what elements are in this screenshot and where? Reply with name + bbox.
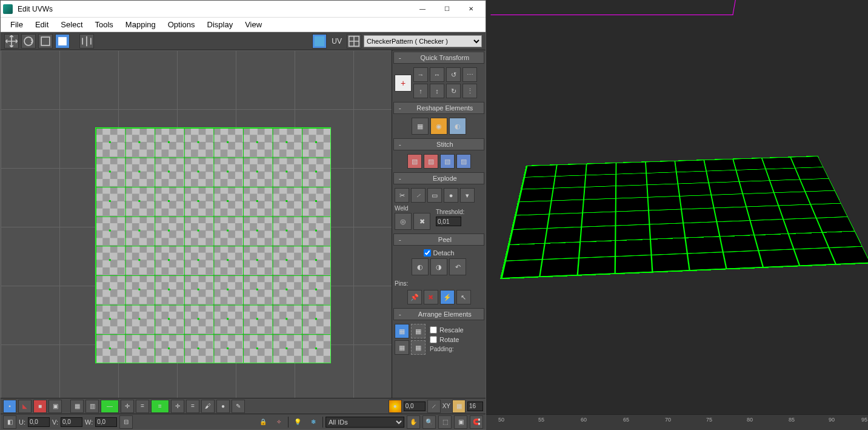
pack-normalize-btn[interactable]: ▦ — [395, 324, 409, 338]
weld-all-btn[interactable]: ✖ — [413, 213, 430, 230]
u-input[interactable] — [28, 417, 50, 427]
weld-selected-btn[interactable]: ◎ — [395, 213, 412, 230]
loop-btn[interactable]: ✛ — [171, 400, 184, 413]
uv-canvas[interactable] — [1, 50, 392, 398]
relax-brush-btn[interactable]: ● — [216, 400, 230, 413]
stitch-custom-btn[interactable]: ▨ — [456, 154, 471, 169]
space-v-btn[interactable]: ⋮ — [462, 84, 477, 98]
face-mode-btn[interactable]: ■ — [33, 400, 47, 413]
minimize-button[interactable]: — — [410, 1, 435, 18]
pin-select-btn[interactable]: ↖ — [456, 290, 471, 304]
freeform-tool[interactable] — [55, 34, 70, 49]
align-right-btn[interactable]: → — [413, 67, 428, 82]
menu-tools[interactable]: Tools — [89, 19, 119, 30]
flip-h-btn[interactable]: ↔ — [430, 67, 444, 82]
menu-file[interactable]: File — [4, 19, 29, 30]
grid-icon[interactable] — [347, 34, 361, 49]
pack-tile-btn[interactable]: ▦ — [411, 340, 426, 355]
tile-input[interactable] — [467, 401, 483, 411]
falloff-btn[interactable]: ⟋ — [427, 400, 441, 413]
mirror-tool[interactable] — [79, 34, 94, 49]
menu-view[interactable]: View — [239, 19, 268, 30]
flip-v-btn[interactable]: ↕ — [430, 84, 444, 98]
close-button[interactable]: ✕ — [459, 1, 483, 18]
flatten-btn[interactable]: ▭ — [427, 188, 442, 203]
rollout-quick-transform[interactable]: -Quick Transform — [393, 52, 484, 64]
threshold-spinner[interactable]: 0,01 — [436, 217, 461, 226]
softsel-radius-input[interactable] — [404, 401, 426, 411]
relax-custom-btn[interactable]: ◐ — [449, 118, 466, 135]
move-tool[interactable] — [4, 34, 19, 49]
peel-btn[interactable]: ◑ — [430, 258, 447, 275]
options-icon[interactable]: ✧ — [272, 415, 285, 429]
snow-icon[interactable]: ❄ — [307, 415, 320, 429]
menu-display[interactable]: Display — [201, 19, 239, 30]
texture-dropdown[interactable]: CheckerPattern ( Checker ) — [364, 35, 482, 47]
straighten-btn[interactable]: ▦ — [412, 118, 429, 135]
lock-aspect-btn[interactable]: ⊟ — [119, 415, 133, 429]
rotate-cw-btn[interactable]: ↻ — [446, 84, 461, 98]
stitch-average-btn[interactable]: ▧ — [440, 154, 455, 169]
scale-tool[interactable] — [38, 34, 53, 49]
rollout-reshape[interactable]: -Reshape Elements — [393, 102, 484, 114]
rollout-peel[interactable]: -Peel — [393, 233, 484, 246]
paint-select-btn[interactable]: ▥ — [85, 400, 99, 413]
space-h-btn[interactable]: ⋯ — [462, 67, 477, 82]
vertex-mode-btn[interactable]: ▪ — [3, 400, 16, 413]
pan-btn[interactable]: ✋ — [407, 415, 420, 429]
zoom-extents-btn[interactable]: ▣ — [454, 415, 467, 429]
rollout-stitch[interactable]: -Stitch — [393, 138, 484, 150]
tile-btn[interactable]: ▦ — [452, 400, 466, 413]
timeline-ruler[interactable]: 50 55 60 65 70 75 80 85 90 95 — [486, 414, 868, 430]
pin-auto-btn[interactable]: ⚡ — [440, 290, 455, 304]
flatten-by-mat-btn[interactable]: ● — [444, 188, 458, 203]
rotate-ccw-btn[interactable]: ↺ — [446, 67, 461, 82]
stitch-target-btn[interactable]: ▨ — [424, 154, 438, 169]
material-id-select[interactable]: All IDs — [326, 417, 404, 428]
rotate-tool[interactable] — [21, 34, 36, 49]
3d-viewport[interactable]: 50 55 60 65 70 75 80 85 90 95 — [486, 0, 868, 430]
maximize-button[interactable]: ☐ — [435, 1, 459, 18]
stitch-source-btn[interactable]: ▧ — [407, 154, 422, 169]
rollout-arrange[interactable]: -Arrange Elements — [393, 308, 484, 320]
relax-btn[interactable]: ◉ — [430, 118, 447, 135]
light-icon[interactable]: 💡 — [291, 415, 304, 429]
align-up-btn[interactable]: ↑ — [413, 84, 428, 98]
pack-custom-btn[interactable]: ▦ — [411, 324, 426, 338]
rollout-explode[interactable]: -Explode — [393, 172, 484, 184]
peel-reset-btn[interactable]: ↶ — [449, 258, 466, 275]
ring-btn[interactable]: = — [186, 400, 199, 413]
detach-checkbox[interactable] — [424, 249, 431, 257]
uv-tile-area[interactable] — [95, 127, 331, 363]
remove-sel-btn[interactable]: = — [136, 400, 149, 413]
break-btn[interactable]: ✂ — [395, 188, 409, 203]
abs-rel-toggle[interactable]: ◧ — [3, 415, 16, 429]
add-sel-btn[interactable]: ✛ — [121, 400, 134, 413]
select-by-element-btn[interactable]: ▦ — [70, 400, 84, 413]
snap-btn[interactable]: 🧲 — [470, 415, 483, 429]
align-center-btn[interactable]: + — [395, 75, 412, 92]
lock-icon[interactable]: 🔒 — [256, 415, 270, 429]
menu-mapping[interactable]: Mapping — [119, 19, 162, 30]
menu-select[interactable]: Select — [55, 19, 88, 30]
element-mode-btn[interactable]: ▣ — [48, 400, 62, 413]
rotate-checkbox[interactable] — [430, 336, 437, 343]
menu-options[interactable]: Options — [162, 19, 201, 30]
uv-plane-mesh[interactable] — [500, 156, 868, 279]
brush-settings-btn[interactable]: ✎ — [232, 400, 245, 413]
brush-btn[interactable]: 🖌 — [201, 400, 215, 413]
grow-select-btn[interactable]: — — [101, 400, 119, 413]
v-input[interactable] — [61, 417, 82, 427]
pin-remove-btn[interactable]: ✖ — [424, 290, 438, 304]
w-input[interactable] — [95, 417, 117, 427]
quick-peel-btn[interactable]: ◐ — [412, 258, 429, 275]
shrink-select-btn[interactable]: ≡ — [151, 400, 169, 413]
show-map-toggle[interactable] — [312, 34, 327, 49]
pack-together-btn[interactable]: ▦ — [395, 340, 409, 355]
menu-edit[interactable]: Edit — [29, 19, 55, 30]
zoom-btn[interactable]: 🔍 — [422, 415, 436, 429]
softsel-toggle[interactable]: ● — [389, 400, 402, 413]
flatten-custom-btn[interactable]: ▾ — [460, 188, 475, 203]
break-edge-btn[interactable]: ⟋ — [411, 188, 426, 203]
edge-mode-btn[interactable]: ◣ — [18, 400, 32, 413]
